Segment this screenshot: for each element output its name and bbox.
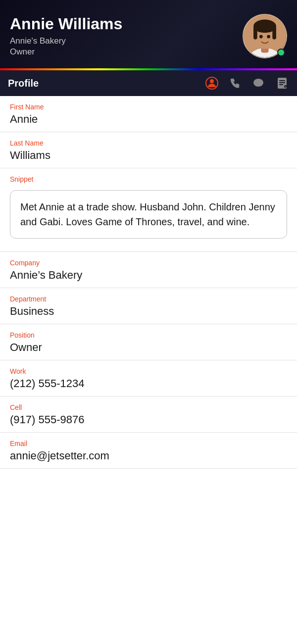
phone-tab-icon[interactable] (229, 77, 242, 90)
department-value: Business (10, 305, 287, 318)
chat-tab-icon[interactable] (251, 76, 265, 90)
position-label: Position (10, 331, 287, 339)
svg-rect-13 (279, 80, 285, 81)
avatar-container (243, 14, 287, 58)
department-label: Department (10, 295, 287, 303)
profile-section: First Name Annie Last Name Williams Snip… (0, 96, 297, 469)
company-label: Company (10, 259, 287, 267)
svg-rect-15 (279, 84, 283, 85)
field-email: Email annie@jetsetter.com (0, 433, 297, 469)
position-value: Owner (10, 341, 287, 354)
contact-position: Owner (10, 47, 122, 57)
contact-name: Annie Williams (10, 15, 122, 33)
first-name-value: Annie (10, 113, 287, 126)
last-name-value: Williams (10, 149, 287, 162)
cell-phone-label: Cell (10, 403, 287, 411)
svg-rect-5 (253, 26, 257, 40)
work-phone-label: Work (10, 367, 287, 375)
field-department: Department Business (0, 288, 297, 324)
work-phone-value: (212) 555-1234 (10, 377, 287, 390)
notes-tab-icon[interactable] (275, 76, 289, 90)
email-value: annie@jetsetter.com (10, 449, 287, 462)
field-company: Company Annie’s Bakery (0, 252, 297, 288)
field-last-name: Last Name Williams (0, 132, 297, 168)
svg-point-10 (210, 79, 214, 83)
company-value: Annie’s Bakery (10, 269, 287, 282)
tab-bar: Profile (0, 70, 297, 96)
field-work-phone: Work (212) 555-1234 (0, 360, 297, 396)
field-cell-phone: Cell (917) 555-9876 (0, 396, 297, 433)
tab-icons (205, 76, 289, 90)
header: Annie Williams Annie's Bakery Owner (0, 0, 297, 68)
svg-rect-14 (279, 82, 285, 83)
field-position: Position Owner (0, 324, 297, 360)
snippet-value: Met Annie at a trade show. Husband John.… (10, 190, 287, 239)
field-snippet: Snippet Met Annie at a trade show. Husba… (0, 168, 297, 252)
svg-rect-6 (272, 26, 276, 40)
svg-point-11 (253, 79, 263, 87)
last-name-label: Last Name (10, 139, 287, 147)
svg-point-7 (259, 35, 263, 39)
first-name-label: First Name (10, 103, 287, 111)
snippet-label: Snippet (0, 168, 297, 183)
svg-point-8 (267, 35, 270, 39)
active-tab-label: Profile (8, 78, 39, 89)
header-text: Annie Williams Annie's Bakery Owner (10, 15, 122, 56)
contact-company: Annie's Bakery (10, 36, 122, 46)
email-label: Email (10, 440, 287, 447)
online-status-indicator (277, 49, 285, 56)
cell-phone-value: (917) 555-9876 (10, 413, 287, 426)
profile-tab-icon[interactable] (205, 76, 219, 90)
field-first-name: First Name Annie (0, 96, 297, 132)
